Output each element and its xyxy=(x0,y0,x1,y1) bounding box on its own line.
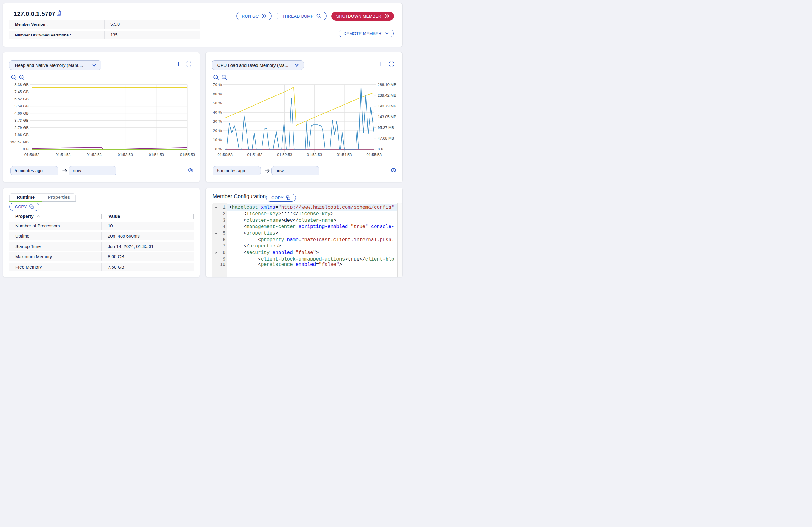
svg-text:2.79 GB: 2.79 GB xyxy=(14,125,29,130)
svg-text:8.38 GB: 8.38 GB xyxy=(14,82,29,87)
svg-text:30 %: 30 % xyxy=(213,119,222,124)
svg-text:01:55:53: 01:55:53 xyxy=(180,152,195,157)
svg-text:01:51:53: 01:51:53 xyxy=(56,152,71,157)
svg-text:3.73 GB: 3.73 GB xyxy=(14,118,29,123)
svg-text:6.52 GB: 6.52 GB xyxy=(14,97,29,101)
svg-text:7.45 GB: 7.45 GB xyxy=(14,89,29,94)
svg-text:40 %: 40 % xyxy=(213,110,222,115)
svg-text:0 B: 0 B xyxy=(377,147,383,151)
svg-text:20 %: 20 % xyxy=(213,128,222,133)
svg-text:01:51:53: 01:51:53 xyxy=(247,152,262,157)
svg-text:0 %: 0 % xyxy=(215,147,222,151)
svg-text:01:50:53: 01:50:53 xyxy=(217,152,233,157)
svg-text:01:53:53: 01:53:53 xyxy=(118,152,133,157)
svg-text:0 B: 0 B xyxy=(23,147,29,151)
svg-text:01:53:53: 01:53:53 xyxy=(307,152,322,157)
svg-text:01:50:53: 01:50:53 xyxy=(25,152,40,157)
svg-text:01:54:53: 01:54:53 xyxy=(149,152,164,157)
svg-text:01:52:53: 01:52:53 xyxy=(277,152,292,157)
svg-text:286.10 MB: 286.10 MB xyxy=(377,82,396,87)
svg-text:5.59 GB: 5.59 GB xyxy=(14,104,29,108)
svg-text:953.67 MB: 953.67 MB xyxy=(10,140,29,144)
svg-text:50 %: 50 % xyxy=(213,101,222,105)
svg-text:01:54:53: 01:54:53 xyxy=(336,152,352,157)
svg-text:95.37 MB: 95.37 MB xyxy=(377,125,394,130)
svg-text:60 %: 60 % xyxy=(213,92,222,96)
svg-text:10 %: 10 % xyxy=(213,137,222,142)
svg-text:01:55:53: 01:55:53 xyxy=(366,152,381,157)
svg-text:1.86 GB: 1.86 GB xyxy=(14,132,29,137)
svg-text:47.68 MB: 47.68 MB xyxy=(377,136,394,141)
svg-text:01:52:53: 01:52:53 xyxy=(87,152,102,157)
svg-text:190.73 MB: 190.73 MB xyxy=(377,104,396,108)
svg-text:143.05 MB: 143.05 MB xyxy=(377,115,396,119)
svg-text:238.42 MB: 238.42 MB xyxy=(377,93,396,98)
svg-text:4.66 GB: 4.66 GB xyxy=(14,111,29,116)
svg-text:70 %: 70 % xyxy=(213,82,222,87)
